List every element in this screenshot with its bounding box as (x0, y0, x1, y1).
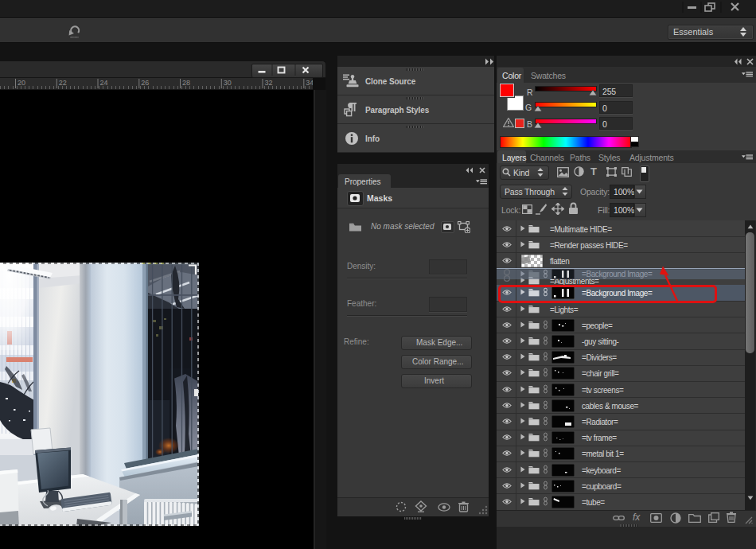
svg-text:28: 28 (182, 79, 190, 87)
svg-text:26: 26 (141, 79, 149, 87)
svg-text:20: 20 (18, 79, 25, 87)
svg-text:30: 30 (224, 79, 232, 87)
svg-text:22: 22 (59, 79, 67, 87)
svg-text:34: 34 (306, 79, 313, 87)
svg-text:24: 24 (100, 79, 108, 87)
svg-text:32: 32 (265, 79, 273, 87)
